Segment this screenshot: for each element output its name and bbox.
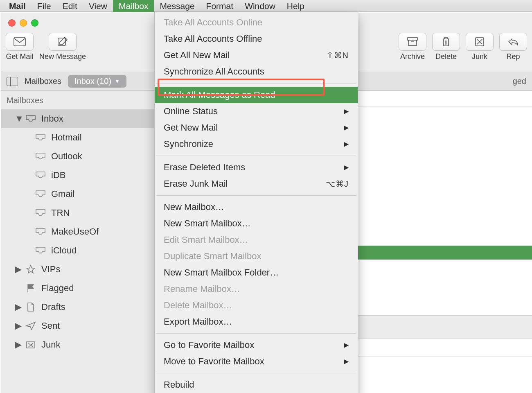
sidebar-item-label: Sent: [41, 321, 60, 331]
menubar-item-file[interactable]: File: [32, 0, 57, 12]
archive-button[interactable]: Archive: [399, 33, 426, 61]
sidebar-item-account[interactable]: TRN: [1, 203, 156, 222]
menu-item[interactable]: Move to Favorite Mailbox▶: [155, 353, 358, 370]
minimize-window-button[interactable]: [20, 19, 27, 27]
sidebar-item-account[interactable]: Gmail: [1, 185, 156, 203]
close-window-button[interactable]: [8, 19, 16, 27]
archive-icon: [407, 37, 418, 47]
menu-item[interactable]: Export Mailbox…: [155, 314, 358, 330]
junk-label: Junk: [472, 52, 487, 61]
menu-item-label: Delete Mailbox…: [164, 299, 232, 312]
toolbar-left-group: Get Mail New Message: [6, 33, 86, 61]
toolbar-right-group: Archive Delete Junk Rep: [399, 33, 527, 61]
favorites-mailboxes-label[interactable]: Mailboxes: [25, 77, 61, 86]
menu-item[interactable]: Online Status▶: [155, 103, 358, 120]
menubar-item-mailbox[interactable]: Mailbox: [113, 0, 154, 12]
sidebar-item-label: iCloud: [51, 245, 77, 256]
menu-item[interactable]: Get All New Mail⇧⌘N: [155, 47, 358, 63]
menu-item[interactable]: Synchronize▶: [155, 136, 358, 152]
delete-button[interactable]: Delete: [432, 33, 460, 61]
sidebar-item-sent[interactable]: ▶Sent: [1, 316, 156, 335]
reply-button[interactable]: Rep: [499, 33, 527, 61]
menubar-item-help[interactable]: Help: [281, 0, 310, 12]
menu-item[interactable]: Erase Deleted Items▶: [155, 159, 358, 176]
menu-item-label: Erase Deleted Items: [164, 161, 245, 174]
menu-item: Duplicate Smart Mailbox: [155, 248, 358, 264]
sidebar-section-title: Mailboxes: [1, 91, 156, 109]
sidebar-item-label: Drafts: [41, 302, 65, 312]
menu-item-label: New Smart Mailbox Folder…: [164, 266, 279, 279]
inbox-pill[interactable]: Inbox (10) ▼: [68, 75, 126, 88]
sidebar-item-junk[interactable]: ▶Junk: [1, 335, 156, 354]
submenu-arrow-icon: ▶: [344, 355, 349, 368]
menu-item-label: New Smart Mailbox…: [164, 217, 251, 230]
sidebar-item-label: TRN: [51, 208, 70, 218]
disclosure-triangle-icon[interactable]: ▶: [15, 339, 20, 350]
menu-separator: [156, 373, 356, 373]
inbox-tray-icon: [35, 209, 46, 217]
submenu-arrow-icon: ▶: [344, 339, 349, 352]
flag-icon: [25, 284, 36, 292]
disclosure-triangle-icon[interactable]: ▶: [15, 302, 20, 312]
sort-trailing-text: ged: [513, 77, 526, 86]
archive-label: Archive: [400, 52, 425, 61]
new-message-button[interactable]: New Message: [39, 33, 86, 61]
junk-icon: [474, 36, 485, 47]
reply-label: Rep: [506, 52, 520, 61]
menu-item-label: Erase Junk Mail: [164, 177, 228, 190]
sidebar-item-account[interactable]: Outlook: [1, 147, 156, 166]
menu-item[interactable]: Erase Junk Mail⌥⌘J: [155, 176, 358, 192]
disclosure-triangle-icon[interactable]: ▶: [15, 321, 20, 331]
menu-item[interactable]: New Smart Mailbox Folder…: [155, 264, 358, 281]
inbox-tray-icon: [25, 115, 36, 123]
menubar-app[interactable]: Mail: [3, 0, 32, 12]
sidebar-item-label: iDB: [51, 170, 65, 181]
disclosure-triangle-icon[interactable]: ▶: [15, 264, 20, 275]
disclosure-triangle-icon[interactable]: ▼: [15, 113, 20, 124]
get-mail-button[interactable]: Get Mail: [6, 33, 34, 61]
menu-item-label: Move to Favorite Mailbox: [164, 355, 264, 368]
inbox-tray-icon: [35, 152, 46, 160]
sidebar-item-label: VIPs: [41, 264, 60, 275]
delete-label: Delete: [435, 52, 457, 61]
menubar-item-window[interactable]: Window: [239, 0, 281, 12]
menu-item: Take All Accounts Online: [155, 14, 358, 31]
sidebar-item-account[interactable]: Hotmail: [1, 128, 156, 147]
zoom-window-button[interactable]: [31, 19, 38, 27]
menu-item[interactable]: Take All Accounts Offline: [155, 31, 358, 47]
menu-item-label: Take All Accounts Online: [164, 16, 262, 29]
junk-button[interactable]: Junk: [466, 33, 494, 61]
inbox-tray-icon: [35, 133, 46, 142]
menu-item[interactable]: Synchronize All Accounts: [155, 63, 358, 80]
inbox-tray-icon: [35, 246, 46, 255]
envelope-icon: [14, 37, 26, 46]
sidebar-item-inbox[interactable]: ▼ Inbox: [1, 109, 156, 128]
menu-separator: [156, 156, 356, 156]
menu-item-label: Online Status: [164, 105, 218, 118]
submenu-arrow-icon: ▶: [344, 161, 349, 174]
junkbox-icon: [25, 341, 36, 349]
menu-item[interactable]: New Smart Mailbox…: [155, 215, 358, 232]
menu-item[interactable]: Mark All Messages as Read: [155, 87, 358, 103]
menubar-item-message[interactable]: Message: [154, 0, 200, 12]
menu-item[interactable]: Rebuild: [155, 377, 358, 393]
menu-item[interactable]: Go to Favorite Mailbox▶: [155, 337, 358, 353]
menu-item[interactable]: New Mailbox…: [155, 199, 358, 215]
menu-item-label: Export Mailbox…: [164, 315, 232, 328]
menubar-item-format[interactable]: Format: [201, 0, 239, 12]
sidebar-item-account[interactable]: iCloud: [1, 241, 156, 260]
sidebar-item-label: Hotmail: [51, 132, 82, 143]
mailbox-menu: Take All Accounts OnlineTake All Account…: [154, 12, 358, 393]
svg-rect-0: [14, 38, 25, 46]
menu-item[interactable]: Get New Mail▶: [155, 120, 358, 136]
menu-item-label: Get All New Mail: [164, 49, 230, 62]
sidebar-item-vips[interactable]: ▶VIPs: [1, 260, 156, 279]
sidebar-item-flagged[interactable]: Flagged: [1, 279, 156, 298]
sidebar-item-account[interactable]: MakeUseOf: [1, 222, 156, 241]
sidebar-toggle-icon[interactable]: [7, 77, 18, 86]
menubar-item-edit[interactable]: Edit: [57, 0, 83, 12]
sidebar-item-label: Outlook: [51, 151, 82, 162]
sidebar-item-account[interactable]: iDB: [1, 166, 156, 185]
menubar-item-view[interactable]: View: [83, 0, 113, 12]
sidebar-item-drafts[interactable]: ▶Drafts: [1, 298, 156, 316]
